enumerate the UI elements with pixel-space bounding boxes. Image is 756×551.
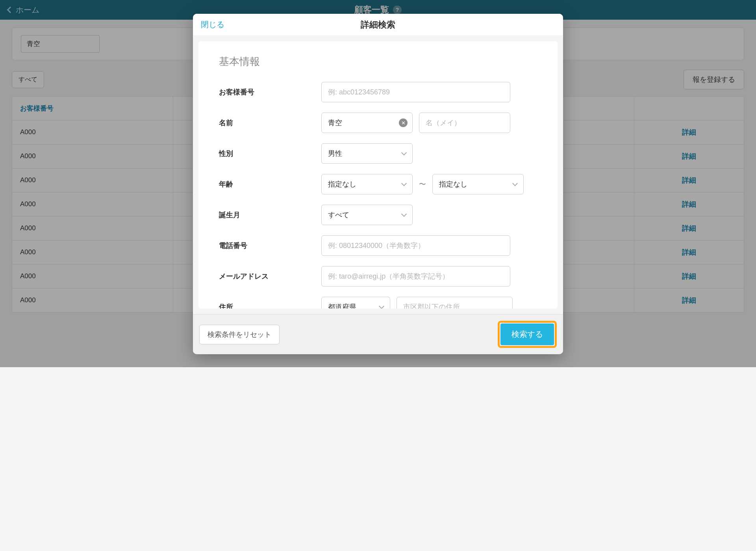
label-email: メールアドレス [219,272,321,281]
clear-last-name-icon[interactable]: ✕ [399,118,408,127]
age-to-value: 指定なし [439,179,467,189]
gender-value: 男性 [328,149,342,158]
label-name: 名前 [219,118,321,128]
age-from-select[interactable]: 指定なし [321,174,413,194]
section-title: 基本情報 [219,55,537,68]
phone-input[interactable]: 例: 08012340000（半角数字） [321,235,510,256]
row-email: メールアドレス 例: taro@airregi.jp（半角英数字記号） [219,266,537,287]
range-tilde: 〜 [419,179,426,189]
modal-body: 基本情報 お客様番号 例: abc0123456789 名前 青空 ✕ 名（メイ [198,41,558,309]
chevron-down-icon [401,150,407,155]
address-detail-input[interactable]: 市区郡以下の住所 [397,297,513,309]
gender-select[interactable]: 男性 [321,143,413,164]
label-age: 年齢 [219,179,321,189]
advanced-search-modal: 閉じる 詳細検索 基本情報 お客様番号 例: abc0123456789 名前 … [193,14,563,354]
chevron-down-icon [401,211,407,217]
birth-month-select[interactable]: すべて [321,205,413,225]
label-gender: 性別 [219,149,321,158]
label-address: 住所 [219,302,321,309]
modal-title: 詳細検索 [361,19,395,31]
email-input[interactable]: 例: taro@airregi.jp（半角英数字記号） [321,266,510,287]
reset-button[interactable]: 検索条件をリセット [199,325,280,344]
modal-overlay: 閉じる 詳細検索 基本情報 お客様番号 例: abc0123456789 名前 … [0,0,756,367]
prefecture-value: 都道府県 [328,302,356,309]
search-button-highlight: 検索する [498,321,557,348]
row-customer-no: お客様番号 例: abc0123456789 [219,82,537,102]
modal-footer: 検索条件をリセット 検索する [193,314,563,354]
customer-no-input[interactable]: 例: abc0123456789 [321,82,510,102]
row-phone: 電話番号 例: 08012340000（半角数字） [219,235,537,256]
age-from-value: 指定なし [328,179,356,189]
birth-month-value: すべて [328,210,349,220]
label-customer-no: お客様番号 [219,87,321,97]
modal-header: 閉じる 詳細検索 [193,14,563,36]
row-name: 名前 青空 ✕ 名（メイ） [219,113,537,133]
chevron-down-icon [512,181,518,186]
label-birth-month: 誕生月 [219,210,321,220]
age-to-select[interactable]: 指定なし [432,174,524,194]
row-birth-month: 誕生月 すべて [219,205,537,225]
last-name-input[interactable]: 青空 ✕ [321,113,413,133]
chevron-down-icon [401,181,407,186]
close-button[interactable]: 閉じる [201,19,224,30]
first-name-input[interactable]: 名（メイ） [419,113,510,133]
chevron-down-icon [379,303,384,309]
modal-body-wrap: 基本情報 お客様番号 例: abc0123456789 名前 青空 ✕ 名（メイ [193,36,563,314]
row-age: 年齢 指定なし 〜 指定なし [219,174,537,194]
row-gender: 性別 男性 [219,143,537,164]
row-address: 住所 都道府県 市区郡以下の住所 [219,297,537,309]
prefecture-select[interactable]: 都道府県 [321,297,390,309]
label-phone: 電話番号 [219,241,321,250]
last-name-value: 青空 [328,118,342,128]
search-button[interactable]: 検索する [500,324,554,345]
